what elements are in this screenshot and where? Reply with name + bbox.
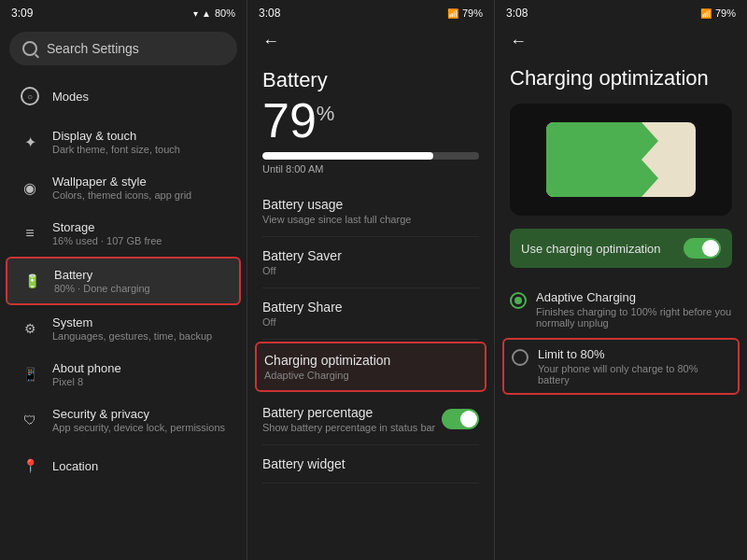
adaptive-charging-subtitle: Finishes charging to 100% right before y… — [536, 306, 732, 329]
battery-progress-fill — [262, 152, 433, 160]
about-title: About phone — [52, 361, 230, 375]
search-bar[interactable]: Search Settings — [9, 32, 237, 65]
wallpaper-subtitle: Colors, themed icons, app grid — [52, 189, 230, 201]
modes-icon: ○ — [17, 83, 43, 109]
status-time-p1: 3:09 — [11, 7, 33, 20]
battery-p2: 79% — [462, 7, 483, 19]
adaptive-charging-title: Adaptive Charging — [536, 290, 732, 304]
storage-icon: ≡ — [17, 220, 43, 246]
security-icon: 🛡 — [17, 407, 43, 433]
battery-page-title: Battery — [262, 68, 479, 92]
battery-visual — [546, 122, 696, 197]
limit80-title: Limit to 80% — [538, 347, 730, 361]
security-title: Security & privacy — [52, 407, 230, 421]
wallpaper-title: Wallpaper & style — [52, 175, 230, 189]
sidebar-item-wallpaper[interactable]: ◉ Wallpaper & style Colors, themed icons… — [6, 165, 241, 210]
battery-saver-item[interactable]: Battery Saver Off — [262, 237, 479, 288]
limit80-subtitle: Your phone will only charge to 80% batte… — [538, 363, 730, 385]
sidebar-item-about[interactable]: 📱 About phone Pixel 8 — [6, 352, 241, 397]
sidebar-item-modes[interactable]: ○ Modes — [6, 74, 241, 119]
battery-widget-title: Battery widget — [262, 456, 479, 471]
back-button-p2[interactable]: ← — [247, 26, 494, 57]
sidebar-item-display[interactable]: ✦ Display & touch Dark theme, font size,… — [6, 119, 241, 164]
battery-illustration — [510, 104, 732, 216]
sidebar-item-location[interactable]: 📍 Location — [6, 443, 241, 488]
battery-percent-symbol: % — [317, 104, 335, 124]
battery-p3: 79% — [715, 7, 736, 19]
system-icon: ⚙ — [17, 315, 43, 342]
battery-share-title: Battery Share — [262, 300, 479, 315]
security-subtitle: App security, device lock, permissions — [52, 422, 230, 433]
battery-status-bar: 3:08 📶 79% — [247, 0, 494, 26]
back-arrow-p2: ← — [262, 32, 279, 50]
battery-percentage-title: Battery percentage — [262, 405, 435, 420]
status-icons-p1: ▾ ▲ 80% — [193, 7, 235, 19]
limit80-radio[interactable] — [512, 349, 529, 366]
charging-optimization-title: Charging optimization — [264, 353, 477, 368]
location-title: Location — [52, 459, 230, 473]
wifi-icon-p2: 📶 — [447, 8, 458, 19]
back-arrow-p3: ← — [510, 32, 527, 50]
status-bar-p1: 3:09 ▾ ▲ 80% — [0, 0, 247, 26]
about-icon: 📱 — [17, 361, 43, 387]
search-icon — [22, 41, 37, 56]
use-charging-toggle[interactable] — [684, 238, 721, 259]
battery-percentage-toggle[interactable] — [442, 409, 479, 429]
storage-subtitle: 16% used · 107 GB free — [52, 235, 230, 246]
adaptive-charging-radio-fill — [514, 297, 522, 304]
battery-title: Battery — [54, 268, 228, 282]
battery-panel: 3:08 📶 79% ← Battery 79 % Until 8:00 AM … — [247, 0, 495, 560]
sidebar-item-security[interactable]: 🛡 Security & privacy App security, devic… — [6, 398, 241, 442]
display-title: Display & touch — [52, 129, 230, 143]
charging-optimization-panel: 3:08 📶 79% ← Charging optimization Use c… — [495, 0, 747, 560]
system-subtitle: Languages, gestures, time, backup — [52, 330, 230, 342]
battery-percentage-item[interactable]: Battery percentage Show battery percenta… — [262, 394, 479, 445]
status-time-p3: 3:08 — [506, 7, 528, 20]
battery-icon: 🔋 — [19, 268, 45, 294]
back-button-p3[interactable]: ← — [495, 26, 747, 57]
modes-title: Modes — [52, 90, 230, 104]
charging-content: Charging optimization Use charging optim… — [495, 57, 747, 560]
status-time-p2: 3:08 — [259, 7, 280, 20]
battery-until: Until 8:00 AM — [262, 163, 479, 175]
charging-status-bar: 3:08 📶 79% — [495, 0, 747, 26]
status-icons-p2: 📶 79% — [447, 7, 483, 19]
signal-icon-p1: ▲ — [202, 8, 211, 19]
battery-subtitle: 80% · Done charging — [54, 283, 228, 294]
battery-fill — [546, 122, 658, 197]
battery-p1: 80% — [215, 7, 235, 19]
adaptive-charging-option[interactable]: Adaptive Charging Finishes charging to 1… — [510, 281, 732, 338]
battery-progress-bar — [262, 152, 479, 160]
use-charging-row[interactable]: Use charging optimization — [510, 229, 732, 268]
display-icon: ✦ — [17, 129, 43, 155]
about-subtitle: Pixel 8 — [52, 376, 230, 387]
settings-panel: 3:09 ▾ ▲ 80% Search Settings ○ Modes ✦ D… — [0, 0, 247, 560]
search-placeholder: Search Settings — [47, 41, 139, 56]
battery-percentage-subtitle: Show battery percentage in status bar — [262, 422, 435, 433]
battery-share-item[interactable]: Battery Share Off — [262, 288, 479, 340]
settings-list: ○ Modes ✦ Display & touch Dark theme, fo… — [0, 73, 247, 489]
battery-usage-item[interactable]: Battery usage View usage since last full… — [262, 186, 479, 237]
battery-usage-subtitle: View usage since last full charge — [262, 214, 479, 225]
charging-page-title: Charging optimization — [510, 66, 732, 91]
battery-percent-display: 79 % — [262, 96, 479, 145]
sidebar-item-storage[interactable]: ≡ Storage 16% used · 107 GB free — [6, 211, 241, 256]
battery-share-subtitle: Off — [262, 316, 479, 328]
battery-widget-item[interactable]: Battery widget — [262, 445, 479, 483]
system-title: System — [52, 315, 230, 329]
display-subtitle: Dark theme, font size, touch — [52, 144, 230, 155]
charging-optimization-item[interactable]: Charging optimization Adaptive Charging — [255, 342, 486, 392]
status-icons-p3: 📶 79% — [700, 7, 736, 19]
battery-saver-subtitle: Off — [262, 265, 479, 276]
wifi-icon-p3: 📶 — [700, 8, 712, 19]
battery-percent-number: 79 — [262, 96, 317, 145]
sidebar-item-battery[interactable]: 🔋 Battery 80% · Done charging — [6, 257, 241, 305]
battery-saver-title: Battery Saver — [262, 248, 479, 263]
sidebar-item-system[interactable]: ⚙ System Languages, gestures, time, back… — [6, 306, 241, 351]
adaptive-charging-radio[interactable] — [510, 292, 527, 309]
wallpaper-icon: ◉ — [17, 175, 43, 201]
battery-usage-title: Battery usage — [262, 197, 479, 212]
use-charging-label: Use charging optimization — [521, 242, 661, 256]
limit80-option[interactable]: Limit to 80% Your phone will only charge… — [502, 338, 740, 395]
wifi-icon-p1: ▾ — [193, 8, 198, 19]
